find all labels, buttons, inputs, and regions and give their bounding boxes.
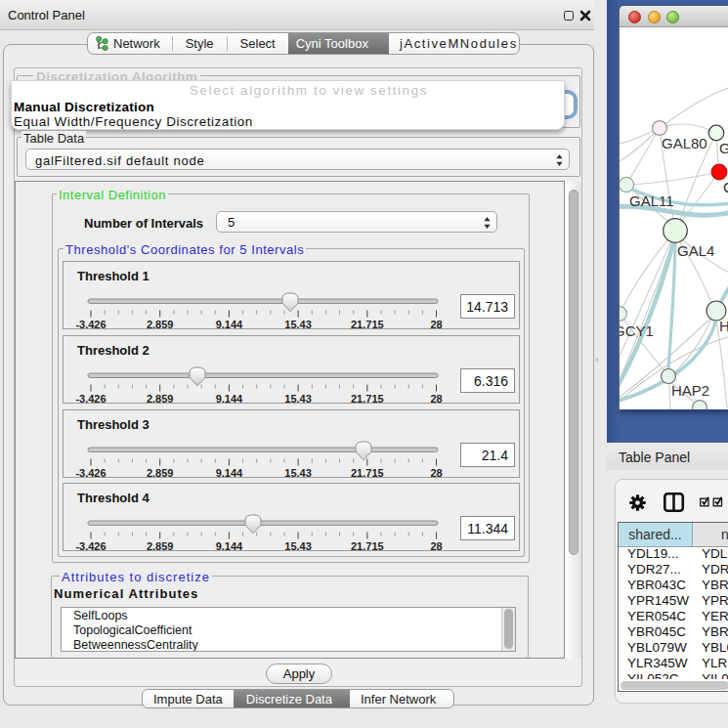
svg-text:GAL4: GAL4 (677, 242, 714, 259)
svg-text:GCY1: GCY1 (620, 322, 654, 339)
svg-text:HAP2: HAP2 (671, 382, 709, 399)
svg-text:GAL80: GAL80 (662, 135, 707, 151)
svg-text:C: C (723, 179, 728, 195)
svg-text:GAL11: GAL11 (629, 193, 674, 209)
svg-text:H: H (719, 318, 728, 334)
svg-text:G.: G. (719, 140, 728, 156)
